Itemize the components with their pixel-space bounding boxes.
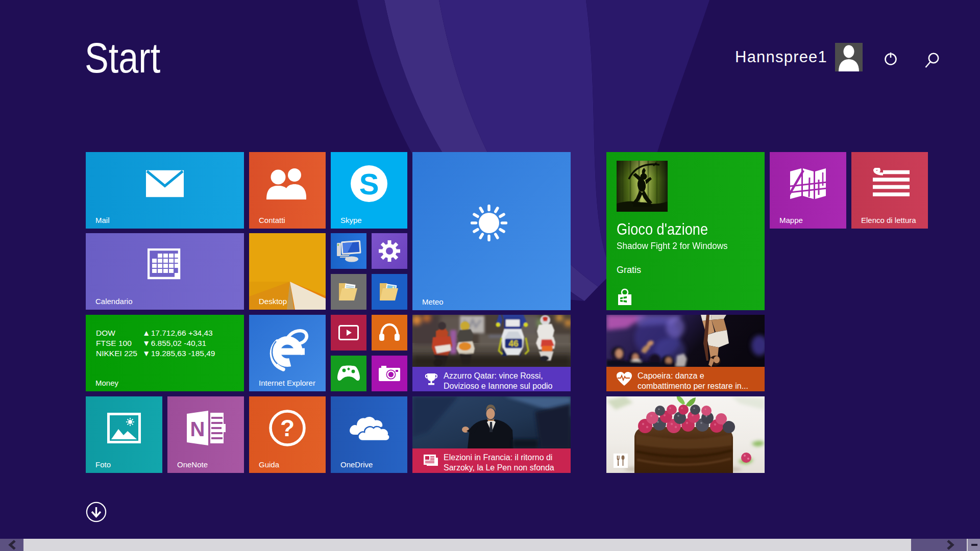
svg-text:N: N: [190, 418, 205, 440]
svg-text:?: ?: [280, 415, 295, 441]
svg-text:S: S: [359, 167, 379, 201]
svg-text:46: 46: [509, 339, 519, 348]
